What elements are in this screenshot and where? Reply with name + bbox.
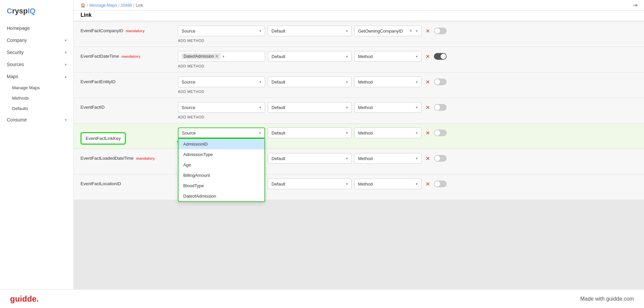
default-dropdown-6[interactable]: Default ▾ (268, 178, 352, 189)
field-controls-1: DateofAdmission ✕ ▾ Default ▾ Method ▾ (178, 51, 637, 68)
chevron-down-icon: ▾ (259, 131, 261, 135)
chevron-down-icon: ▾ (346, 182, 348, 186)
field-row-eventfactlocationid: EventFactLocationID Source ▾ Default ▾ (74, 174, 644, 200)
sidebar-item-security[interactable]: Security ▾ (0, 46, 73, 58)
field-controls-3: Source ▾ Default ▾ Method ▾ ✕ (178, 102, 637, 119)
sidebar-label-methods: Methods (12, 96, 29, 101)
chevron-down-icon: ▾ (259, 29, 261, 33)
add-method-0[interactable]: ADD METHOD (178, 39, 637, 43)
sidebar-item-maps[interactable]: Maps ▴ (0, 70, 73, 83)
field-row-eventfactcompanyid: EventFactCompanyID mandatory Source ▾ De… (74, 21, 644, 47)
field-label-eventfactentityid: EventFactEntityID (81, 76, 175, 84)
sidebar-label-defaults: Defaults (12, 106, 28, 111)
delete-row-0[interactable]: ✕ (424, 28, 431, 34)
option-bloodtype[interactable]: BloodType (179, 181, 264, 191)
source-dropdown-container-4: Source ▾ AdmissionID AdmissionType Age B… (178, 127, 265, 138)
field-label-eventfactcompanyid: EventFactCompanyID mandatory (81, 25, 175, 33)
toggle-5[interactable] (434, 155, 447, 162)
option-age[interactable]: Age (179, 160, 264, 170)
chevron-down-icon: ▾ (416, 29, 418, 33)
delete-row-1[interactable]: ✕ (424, 53, 431, 60)
method-dropdown-3[interactable]: Method ▾ (354, 102, 422, 113)
method-dropdown-1[interactable]: Method ▾ (354, 51, 422, 62)
method-dropdown-0[interactable]: GetOwningCompanyID ✕ ▾ (354, 25, 422, 36)
field-label-eventfactlocationid: EventFactLocationID (81, 178, 175, 186)
chevron-down-icon: ▾ (416, 131, 418, 135)
chevron-down-icon: ▾ (65, 118, 67, 122)
breadcrumb-home-icon[interactable]: 🏠 (81, 3, 86, 8)
chevron-down-icon: ▾ (65, 38, 67, 43)
tag-clear-icon[interactable]: ✕ (215, 54, 218, 59)
chevron-down-icon: ▾ (416, 156, 418, 161)
toggle-6[interactable] (434, 181, 447, 187)
delete-row-6[interactable]: ✕ (424, 181, 431, 187)
method-dropdown-4[interactable]: Method ▾ (354, 127, 422, 138)
sidebar-item-defaults[interactable]: Defaults (0, 103, 73, 114)
toggle-1[interactable] (434, 53, 447, 60)
chevron-down-icon: ▾ (416, 54, 418, 59)
default-dropdown-3[interactable]: Default ▾ (268, 102, 352, 113)
chevron-down-icon: ▾ (346, 54, 348, 59)
chevron-down-icon: ▾ (346, 105, 348, 110)
source-dropdown-1[interactable]: DateofAdmission ✕ ▾ (178, 51, 265, 62)
logo: CryspIQ (0, 3, 73, 22)
toggle-3[interactable] (434, 104, 447, 111)
source-tag: DateofAdmission ✕ (182, 53, 220, 59)
field-controls-0: Source ▾ Default ▾ GetOwningCompanyID ✕ … (178, 25, 637, 43)
chevron-down-icon: ▾ (259, 105, 261, 110)
add-method-3[interactable]: ADD METHOD (178, 115, 637, 119)
toggle-2[interactable] (434, 79, 447, 85)
sidebar-item-sources[interactable]: Sources ▾ (0, 58, 73, 70)
source-dropdown-4[interactable]: Source ▾ (178, 127, 265, 138)
add-method-2[interactable]: ADD METHOD (178, 90, 637, 94)
main-content: 🏠 / Message-Maps / 20488 / Link ⇥ Link E… (74, 0, 644, 289)
top-right-exit-icon[interactable]: ⇥ (633, 2, 637, 8)
field-label-eventfactlinkkey: EventFactLinkKey (81, 127, 175, 145)
option-admissiontype[interactable]: AdmissionType (179, 149, 264, 160)
sidebar-item-homepage[interactable]: Homepage (0, 22, 73, 34)
source-dropdown-0[interactable]: Source ▾ (178, 25, 265, 36)
default-dropdown-5[interactable]: Default ▾ (268, 153, 352, 164)
sidebar-item-consume[interactable]: Consume ▾ (0, 114, 73, 126)
field-row-eventfactdatetime: EventFactDateTime mandatory DateofAdmiss… (74, 47, 644, 72)
source-dropdown-2[interactable]: Source ▾ (178, 76, 265, 87)
sidebar-label-maps: Maps (7, 74, 18, 79)
add-method-1[interactable]: ADD METHOD (178, 64, 637, 68)
delete-row-5[interactable]: ✕ (424, 155, 431, 162)
sidebar-item-company[interactable]: Company ▾ (0, 34, 73, 46)
chevron-down-icon: ▾ (259, 80, 261, 84)
sidebar-label-sources: Sources (7, 62, 24, 67)
option-billingamount[interactable]: BillingAmount (179, 170, 264, 181)
breadcrumb-message-maps[interactable]: Message-Maps (89, 3, 117, 8)
method-dropdown-5[interactable]: Method ▾ (354, 153, 422, 164)
field-controls-4: Source ▾ AdmissionID AdmissionType Age B… (178, 127, 637, 145)
delete-row-3[interactable]: ✕ (424, 104, 431, 111)
option-admissionid[interactable]: AdmissionID (179, 139, 264, 149)
chevron-down-icon: ▾ (416, 80, 418, 84)
default-dropdown-2[interactable]: Default ▾ (268, 76, 352, 87)
form-area: EventFactCompanyID mandatory Source ▾ De… (74, 21, 644, 289)
footer: guidde. Made with guidde.com (0, 289, 644, 308)
option-dateofadmission[interactable]: DateofAdmission (179, 191, 264, 201)
breadcrumb-20488[interactable]: 20488 (121, 3, 132, 8)
field-row-eventfactid: EventFactID Source ▾ Default ▾ Metho (74, 98, 644, 123)
sidebar-item-methods[interactable]: Methods (0, 93, 73, 103)
field-row-eventfactlinkkey: EventFactLinkKey (74, 123, 644, 149)
default-dropdown-4[interactable]: Default ▾ (268, 127, 352, 138)
field-row-eventfactentityid: EventFactEntityID Source ▾ Default ▾ (74, 72, 644, 98)
method-dropdown-2[interactable]: Method ▾ (354, 76, 422, 87)
default-dropdown-0[interactable]: Default ▾ (268, 25, 352, 36)
chevron-down-icon: ▾ (222, 54, 225, 59)
toggle-4[interactable] (434, 130, 447, 136)
clear-method-icon[interactable]: ✕ (409, 29, 412, 33)
chevron-down-icon: ▾ (346, 29, 348, 33)
sidebar-item-manage-maps[interactable]: Manage Maps (0, 83, 73, 93)
chevron-down-icon: ▾ (346, 80, 348, 84)
source-dropdown-3[interactable]: Source ▾ (178, 102, 265, 113)
delete-row-2[interactable]: ✕ (424, 79, 431, 85)
field-label-eventfactloadeddatetime: EventFactLoadedDateTime mandatory (81, 153, 175, 161)
method-dropdown-6[interactable]: Method ▾ (354, 178, 422, 189)
delete-row-4[interactable]: ✕ (424, 130, 431, 136)
toggle-0[interactable] (434, 28, 447, 34)
default-dropdown-1[interactable]: Default ▾ (268, 51, 352, 62)
